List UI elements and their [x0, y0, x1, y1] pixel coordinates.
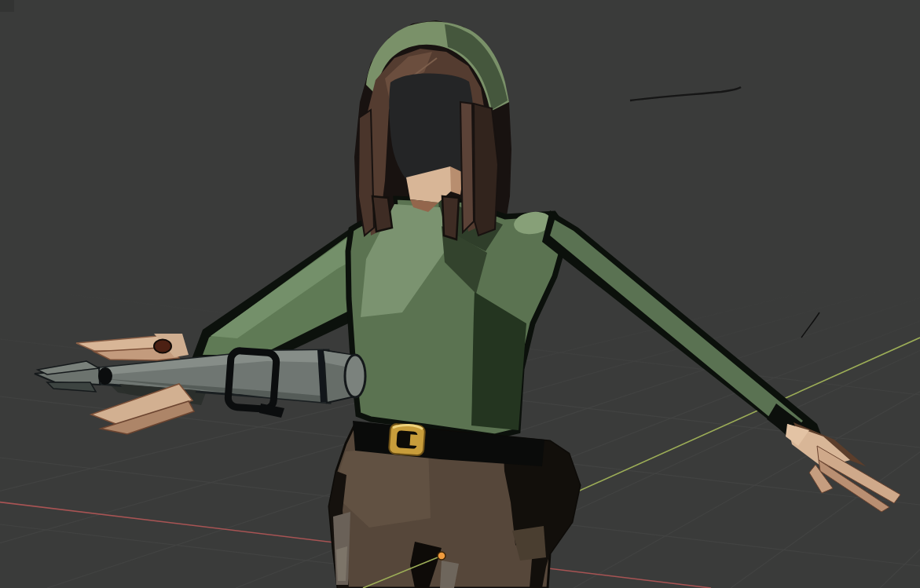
viewport-canvas[interactable]	[0, 0, 920, 588]
strand-chest-left	[372, 196, 392, 232]
3d-viewport[interactable]	[0, 0, 920, 588]
corner-shade	[0, 0, 14, 12]
strand-right-1	[460, 102, 474, 232]
origin-dot[interactable]	[438, 552, 445, 560]
stock-cap	[345, 355, 365, 397]
barrel-joint	[98, 367, 112, 385]
belt-buckle	[389, 424, 426, 456]
thumb-hole	[154, 340, 171, 353]
head	[358, 21, 509, 239]
left-leg-side-light	[336, 546, 347, 581]
strand-chest-right	[442, 196, 459, 239]
